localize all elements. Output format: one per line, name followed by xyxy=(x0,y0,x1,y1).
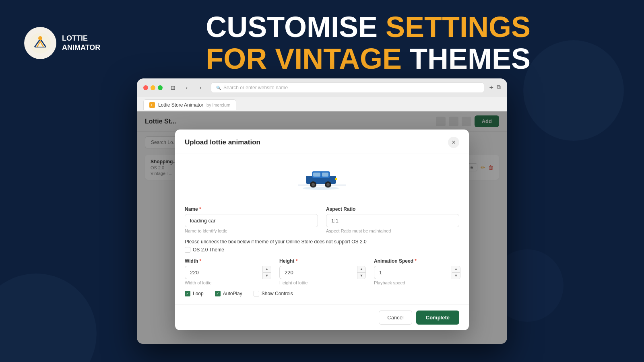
bg-decoration-2 xyxy=(523,40,624,141)
width-label: Width * xyxy=(185,258,271,264)
sidebar-toggle-button[interactable]: ⊞ xyxy=(167,83,179,92)
modal-close-button[interactable]: × xyxy=(448,137,459,148)
loop-checkbox-item: ✓ Loop xyxy=(185,291,204,296)
aspect-ratio-group: Aspect Ratio Aspect Ratio must be mainta… xyxy=(326,206,459,233)
minimize-window-button[interactable] xyxy=(151,85,155,90)
show-controls-checkbox-item: Show Controls xyxy=(254,291,293,296)
tab-favicon: L xyxy=(149,102,155,108)
autoplay-checkbox-item: ✓ AutoPlay xyxy=(215,291,242,296)
aspect-ratio-hint: Aspect Ratio must be maintained xyxy=(326,228,459,233)
modal-overlay: Upload lottie animation × xyxy=(137,111,507,344)
svg-point-11 xyxy=(326,183,330,186)
car-animation-svg xyxy=(298,162,346,190)
os-theme-label: OS 2.0 Theme xyxy=(193,247,224,253)
modal-header: Upload lottie animation × xyxy=(175,130,469,154)
speed-group: Animation Speed * ▲ ▼ Playback speed xyxy=(374,258,460,285)
active-tab[interactable]: L Lottie Store Animator by imercium xyxy=(143,99,236,110)
close-window-button[interactable] xyxy=(143,85,148,90)
svg-rect-7 xyxy=(322,173,328,177)
height-input[interactable] xyxy=(279,266,357,279)
show-controls-label: Show Controls xyxy=(262,291,293,296)
browser-chrome: ⊞ ‹ › 🔍 Search or enter website name + ⧉ xyxy=(137,78,507,97)
name-group: Name * Name to identify lottie xyxy=(185,206,318,233)
width-down-button[interactable]: ▼ xyxy=(263,273,271,279)
svg-point-13 xyxy=(303,187,339,190)
speed-spinners: ▲ ▼ xyxy=(452,266,460,279)
name-label: Name * xyxy=(185,206,318,212)
width-spinners: ▲ ▼ xyxy=(262,266,271,279)
upload-modal: Upload lottie animation × xyxy=(175,130,469,330)
autoplay-checkbox[interactable]: ✓ xyxy=(215,291,221,296)
svg-point-0 xyxy=(30,33,51,53)
browser-nav-icons: ⊞ ‹ › xyxy=(167,83,206,92)
tab-bar: L Lottie Store Animator by imercium xyxy=(137,97,507,111)
aspect-ratio-label: Aspect Ratio xyxy=(326,206,459,212)
options-checkboxes: ✓ Loop ✓ AutoPlay Show Controls xyxy=(185,291,459,296)
name-hint: Name to identify lottie xyxy=(185,228,318,233)
complete-button[interactable]: Complete xyxy=(416,311,459,325)
loop-checkbox[interactable]: ✓ xyxy=(185,291,190,296)
tabs-button[interactable]: ⧉ xyxy=(497,84,501,92)
height-group: Height * ▲ ▼ Height of lottie xyxy=(279,258,366,285)
speed-down-button[interactable]: ▼ xyxy=(452,273,460,279)
name-input[interactable] xyxy=(185,214,318,227)
browser-action-buttons: + ⧉ xyxy=(489,84,501,92)
logo-icon xyxy=(29,32,52,54)
width-input-wrapper: ▲ ▼ xyxy=(185,266,271,279)
os-notice: Please uncheck the box below if theme of… xyxy=(185,239,459,253)
modal-title: Upload lottie animation xyxy=(185,138,260,146)
height-down-button[interactable]: ▼ xyxy=(357,273,365,279)
speed-input-wrapper: ▲ ▼ xyxy=(374,266,460,279)
logo-circle xyxy=(24,27,56,59)
back-button[interactable]: ‹ xyxy=(181,83,192,92)
search-icon: 🔍 xyxy=(216,86,221,90)
autoplay-label: AutoPlay xyxy=(223,291,242,296)
browser-window: ⊞ ‹ › 🔍 Search or enter website name + ⧉… xyxy=(137,78,507,344)
traffic-lights xyxy=(143,85,163,90)
svg-rect-12 xyxy=(335,178,337,180)
address-bar[interactable]: 🔍 Search or enter website name xyxy=(211,82,484,93)
width-input[interactable] xyxy=(185,266,262,279)
speed-hint: Playback speed xyxy=(374,280,460,285)
os-theme-checkbox[interactable] xyxy=(185,247,190,253)
os-notice-text: Please uncheck the box below if theme of… xyxy=(185,239,459,245)
tab-title: Lottie Store Animator xyxy=(158,102,203,108)
height-input-wrapper: ▲ ▼ xyxy=(279,266,366,279)
tab-by: by imercium xyxy=(206,103,230,107)
app-content: Lottie St... Add Shopping... OS 2.0 Vint… xyxy=(137,111,507,344)
logo-text: LOTTIE ANIMATOR xyxy=(62,34,100,53)
svg-point-1 xyxy=(38,36,42,40)
speed-label: Animation Speed * xyxy=(374,258,460,264)
height-hint: Height of lottie xyxy=(279,280,366,285)
speed-input[interactable] xyxy=(374,266,452,279)
svg-point-9 xyxy=(312,183,315,186)
forward-button[interactable]: › xyxy=(195,83,206,92)
aspect-ratio-input[interactable] xyxy=(326,214,459,227)
name-aspect-row: Name * Name to identify lottie Aspect Ra… xyxy=(185,206,459,233)
os-theme-checkbox-row: OS 2.0 Theme xyxy=(185,247,459,253)
show-controls-checkbox[interactable] xyxy=(254,291,259,296)
svg-rect-6 xyxy=(313,173,320,177)
speed-up-button[interactable]: ▲ xyxy=(452,266,460,273)
width-hint: Width of lottie xyxy=(185,280,271,285)
new-tab-button[interactable]: + xyxy=(489,84,493,92)
logo: LOTTIE ANIMATOR xyxy=(24,27,100,59)
height-label: Height * xyxy=(279,258,366,264)
animation-preview xyxy=(175,154,469,198)
width-group: Width * ▲ ▼ Width of lottie xyxy=(185,258,271,285)
height-up-button[interactable]: ▲ xyxy=(357,266,365,273)
maximize-window-button[interactable] xyxy=(158,85,163,90)
loop-label: Loop xyxy=(193,291,204,296)
modal-body: Name * Name to identify lottie Aspect Ra… xyxy=(175,198,469,304)
cancel-button[interactable]: Cancel xyxy=(379,311,412,325)
modal-footer: Cancel Complete xyxy=(175,304,469,330)
bg-decoration-1 xyxy=(0,274,97,362)
address-bar-text: Search or enter website name xyxy=(223,85,288,90)
width-up-button[interactable]: ▲ xyxy=(263,266,271,273)
height-spinners: ▲ ▼ xyxy=(357,266,366,279)
dimensions-row: Width * ▲ ▼ Width of lottie xyxy=(185,258,459,285)
